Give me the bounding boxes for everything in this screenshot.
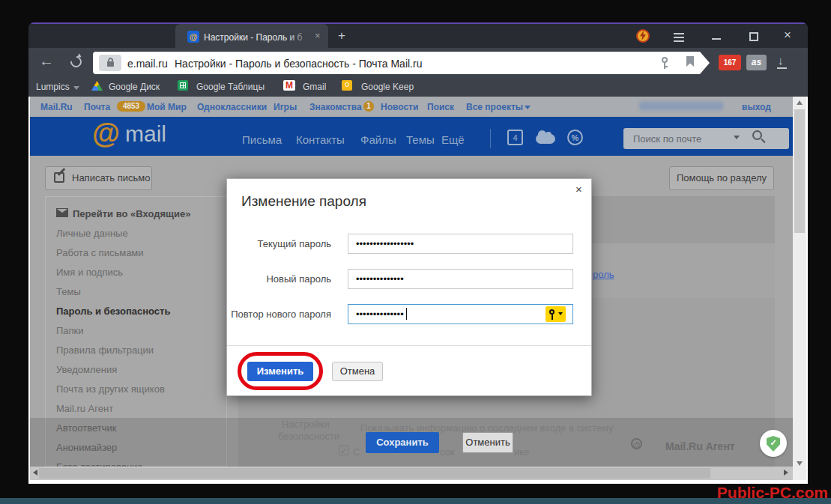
sidebar-item-personal[interactable]: Личные данные	[56, 228, 128, 239]
nav-link-odnoklassniki[interactable]: Одноклассники	[197, 102, 267, 112]
vertical-scroll-thumb[interactable]	[794, 109, 805, 233]
new-password-input[interactable]: ••••••••••••••	[348, 269, 573, 289]
nav-link-novosti[interactable]: Новости	[381, 102, 418, 112]
tab-title-fade	[288, 32, 312, 44]
horizontal-scroll-thumb[interactable]	[39, 468, 710, 479]
sheets-grid	[180, 82, 186, 88]
bookmark-folder-lumpics[interactable]: Lumpics	[36, 82, 70, 92]
modal-cancel-button[interactable]: Отмена	[332, 362, 383, 381]
mail-extension-icon[interactable]: 167	[719, 55, 741, 70]
nav-link-mailru[interactable]: Mail.Ru	[40, 102, 73, 112]
sidebar-item-letters[interactable]: Работа с письмами	[56, 247, 144, 258]
repeat-password-input[interactable]: ••••••••••••••	[348, 304, 573, 324]
cloud-icon[interactable]	[536, 134, 555, 144]
pochta-badge: 4853	[117, 101, 145, 112]
scroll-right-icon[interactable]	[784, 470, 788, 476]
nav-link-moymir[interactable]: Мой Мир	[147, 102, 187, 112]
bookmark-drive[interactable]: Google Диск	[109, 82, 160, 92]
tab-temy[interactable]: Темы	[406, 133, 435, 146]
tab-bar	[28, 24, 808, 48]
tab-kontakty[interactable]: Контакты	[296, 133, 345, 146]
discount-icon[interactable]: %	[567, 130, 583, 145]
key-icon[interactable]	[662, 57, 668, 63]
annotation-highlight	[238, 352, 323, 390]
nav-link-igry[interactable]: Игры	[274, 102, 297, 112]
download-icon[interactable]: ↓	[778, 54, 784, 67]
modal-divider	[227, 345, 591, 346]
sidebar-item-notifications[interactable]: Уведомления	[56, 364, 117, 375]
watermark: Public-PC.com	[674, 484, 828, 502]
compose-label: Написать письмо	[72, 172, 150, 183]
key-tooth	[664, 66, 668, 67]
keep-bulb	[345, 82, 349, 87]
sidebar-item-signature[interactable]: Имя и подпись	[56, 267, 123, 278]
sidebar-item-password[interactable]: Пароль и безопасность	[56, 306, 170, 317]
change-password-link[interactable]: роль	[593, 269, 614, 280]
back-icon[interactable]: ←	[39, 52, 54, 70]
save-button[interactable]: Сохранить	[366, 432, 439, 453]
address-bar-point	[700, 52, 710, 74]
scroll-left-icon[interactable]	[33, 470, 37, 476]
url-domain[interactable]: e.mail.ru	[127, 58, 168, 70]
sidebar-item-filters[interactable]: Правила фильтрации	[56, 344, 154, 356]
nav-link-pochta[interactable]: Почта	[84, 102, 110, 112]
search-dropdown-icon[interactable]	[734, 136, 740, 139]
tab-esche[interactable]: Ещё	[441, 133, 465, 146]
nav-link-vse-proekty[interactable]: Все проекты	[466, 102, 523, 112]
new-tab-button[interactable]: +	[338, 28, 345, 43]
sidebar-item-folders[interactable]: Папки	[56, 325, 84, 336]
new-password-label: Новый пароль	[226, 273, 331, 285]
header-divider	[490, 129, 491, 148]
bookmark-keep[interactable]: Google Keep	[361, 82, 414, 92]
bookmark-gmail[interactable]: Gmail	[303, 82, 326, 92]
help-button[interactable]: Помощь по разделу	[669, 166, 774, 190]
tab-close-icon[interactable]: ×	[315, 30, 321, 41]
chevron-down-icon	[525, 106, 531, 109]
sidebar-item-other-mail[interactable]: Почта из других ящиков	[56, 383, 165, 395]
gmail-icon: M	[283, 80, 295, 91]
logout-link[interactable]: выход	[742, 102, 771, 112]
lastfm-extension-icon[interactable]: as	[746, 55, 767, 70]
modal-close-icon[interactable]: ×	[575, 183, 582, 195]
window-close-button[interactable]: ×	[784, 28, 791, 43]
current-password-input[interactable]: •••••••••••••••••	[348, 234, 573, 254]
scroll-down-icon[interactable]	[797, 461, 803, 466]
url-page-title: Настройки - Пароль и безопасность - Почт…	[175, 58, 422, 70]
nav-link-znakomstva[interactable]: Знакомства	[309, 102, 362, 112]
password-key-icon	[549, 309, 554, 315]
inbox-icon-flap	[57, 209, 67, 213]
sidebar-item-themes[interactable]: Темы	[56, 286, 81, 297]
page-border-right	[806, 97, 808, 484]
sidebar-item-agent[interactable]: Mail.ru Агент	[56, 403, 113, 414]
bookmark-sheets[interactable]: Google Таблицы	[196, 82, 265, 92]
repeat-password-label: Повтор нового пароля	[226, 309, 331, 320]
download-underline	[777, 67, 787, 69]
tab-fayly[interactable]: Файлы	[360, 133, 396, 146]
sidebar-item-inbox[interactable]: Перейти во «Входящие»	[73, 208, 190, 219]
tab-favicon: @	[187, 31, 199, 43]
user-email-blurred	[639, 102, 723, 110]
modal-title: Изменение пароля	[241, 193, 366, 210]
current-password-label: Текущий пароль	[226, 238, 331, 249]
znakomstva-badge: 1	[363, 101, 374, 112]
maximize-button[interactable]	[749, 32, 758, 41]
cancel-button[interactable]: Отменить	[462, 432, 513, 453]
search-placeholder: Поиск по почте	[633, 133, 701, 145]
text-cursor	[406, 308, 407, 320]
calendar-icon[interactable]: 4	[507, 130, 523, 145]
tab-pisma[interactable]: Письма	[242, 133, 282, 146]
mail-logo-text[interactable]: mail	[125, 121, 166, 147]
minimize-button[interactable]	[712, 38, 721, 40]
scroll-up-icon[interactable]	[797, 100, 803, 105]
chevron-down-icon	[73, 86, 79, 90]
password-key-chevron	[558, 312, 563, 315]
menu-icon[interactable]	[674, 33, 684, 34]
mail-logo-at[interactable]: @	[92, 118, 120, 150]
password-key-stem	[552, 315, 553, 320]
nav-link-poisk[interactable]: Поиск	[427, 102, 454, 112]
